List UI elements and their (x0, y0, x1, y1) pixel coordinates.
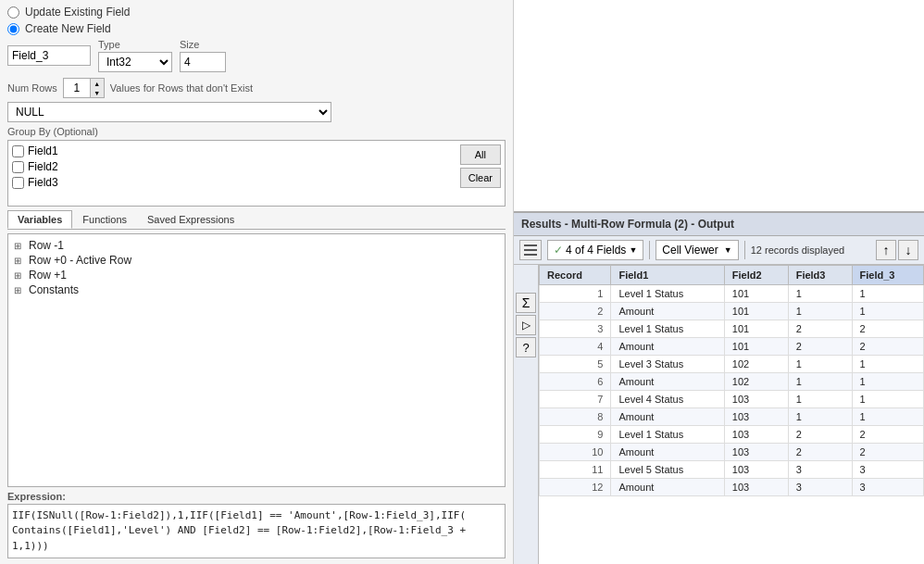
type-select[interactable]: Int32 Int64 Float String (98, 52, 172, 72)
tree-row-minus1[interactable]: ⊞ Row -1 (12, 238, 501, 253)
expression-label: Expression: (7, 491, 506, 502)
cell-field3: 1 (788, 373, 852, 391)
cell-field1: Level 4 Status (611, 391, 724, 408)
field-name-input[interactable] (7, 45, 91, 66)
num-rows-spinner: ▲ ▼ (63, 78, 105, 98)
cell-record: 12 (540, 479, 611, 496)
col-record: Record (540, 266, 611, 285)
fields-dropdown[interactable]: ✓ 4 of 4 Fields ▼ (547, 240, 643, 260)
field-type-row: Type Int32 Int64 Float String Size (7, 39, 506, 72)
table-row: 9 Level 1 Status 103 2 2 (540, 426, 924, 444)
cell-field2: 103 (724, 391, 788, 408)
cell-field-3: 1 (852, 408, 924, 426)
cell-field3: 1 (788, 303, 852, 320)
cell-field-3: 1 (852, 356, 924, 373)
results-toolbar: ✓ 4 of 4 Fields ▼ Cell Viewer ▼ 12 recor… (514, 236, 924, 265)
expression-box[interactable]: IIF(ISNull([Row-1:Field2]),1,IIF([Field1… (7, 504, 506, 559)
table-area: Σ ▷ ? Record Field1 Field2 Field3 Field_… (514, 265, 924, 564)
update-radio[interactable] (7, 6, 19, 19)
results-table: Record Field1 Field2 Field3 Field_3 1 Le… (539, 265, 924, 496)
tree-arrow-plus1: ⊞ (14, 270, 25, 281)
cell-record: 11 (540, 461, 611, 479)
cell-field-3: 3 (852, 479, 924, 496)
all-button[interactable]: All (460, 144, 501, 165)
right-panel: 📖 W IIF(ISNull([Row-1:Field2]),1,IIF([Fi… (514, 0, 924, 564)
cell-field3: 2 (788, 320, 852, 338)
cell-field1: Level 1 Status (611, 285, 724, 303)
table-row: 8 Amount 103 1 1 (540, 408, 924, 426)
toolbar-separator (649, 241, 650, 259)
tab-saved-expressions[interactable]: Saved Expressions (137, 210, 244, 229)
null-select[interactable]: NULL (7, 102, 331, 122)
cell-field3: 1 (788, 356, 852, 373)
tab-variables[interactable]: Variables (7, 210, 72, 229)
cell-record: 7 (540, 391, 611, 408)
table-row: 2 Amount 101 1 1 (540, 303, 924, 320)
tree-label-constants: Constants (29, 283, 79, 296)
tree-row-plus1[interactable]: ⊞ Row +1 (12, 268, 501, 282)
expression-section: Expression: IIF(ISNull([Row-1:Field2]),1… (7, 491, 506, 559)
cell-field-3: 2 (852, 444, 924, 461)
cell-record: 9 (540, 426, 611, 444)
cell-field3: 2 (788, 338, 852, 356)
type-label: Type (98, 39, 172, 50)
field2-checkbox-row: Field2 (12, 160, 449, 173)
cell-viewer-btn[interactable]: Cell Viewer ▼ (656, 240, 738, 260)
cell-record: 5 (540, 356, 611, 373)
svg-rect-2 (524, 244, 537, 246)
cell-field3: 3 (788, 461, 852, 479)
type-wrap: Type Int32 Int64 Float String (98, 39, 172, 72)
num-rows-label: Num Rows (7, 82, 57, 94)
cell-field1: Level 1 Status (611, 426, 724, 444)
tree-row-active[interactable]: ⊞ Row +0 - Active Row (12, 253, 501, 268)
cell-field-3: 2 (852, 426, 924, 444)
sigma-btn[interactable]: Σ (516, 293, 536, 313)
spinner-up[interactable]: ▲ (91, 79, 104, 88)
table-row: 1 Level 1 Status 101 1 1 (540, 285, 924, 303)
tab-functions[interactable]: Functions (72, 210, 137, 229)
sort-up-btn[interactable]: ↑ (876, 240, 896, 260)
clear-button[interactable]: Clear (460, 168, 501, 188)
num-rows-input[interactable] (64, 80, 90, 96)
col-field3: Field3 (788, 266, 852, 285)
cell-field-3: 3 (852, 461, 924, 479)
cell-field3: 2 (788, 444, 852, 461)
field2-label: Field2 (28, 160, 58, 173)
cell-field-3: 1 (852, 285, 924, 303)
cell-viewer-label: Cell Viewer (662, 244, 718, 257)
sort-down-btn[interactable]: ↓ (898, 240, 918, 260)
values-label: Values for Rows that don't Exist (110, 82, 253, 94)
cell-field3: 1 (788, 408, 852, 426)
profile-btn[interactable]: ▷ (516, 315, 536, 335)
cell-record: 8 (540, 408, 611, 426)
tree-arrow-minus1: ⊞ (14, 241, 25, 251)
field1-checkbox[interactable] (12, 145, 24, 157)
spinner-down[interactable]: ▼ (91, 88, 104, 97)
create-radio[interactable] (7, 23, 19, 35)
null-row: NULL (7, 102, 506, 122)
cell-field1: Amount (611, 408, 724, 426)
cell-field2: 103 (724, 444, 788, 461)
cell-field3: 2 (788, 426, 852, 444)
results-table-wrap: Record Field1 Field2 Field3 Field_3 1 Le… (539, 265, 924, 564)
cell-viewer-arrow: ▼ (724, 245, 732, 255)
toolbar-menu-btn[interactable] (519, 240, 542, 260)
tree-row-constants[interactable]: ⊞ Constants (12, 282, 501, 297)
cell-record: 4 (540, 338, 611, 356)
field2-checkbox[interactable] (12, 161, 24, 173)
cell-field1: Level 1 Status (611, 320, 724, 338)
spinner-buttons: ▲ ▼ (90, 79, 104, 97)
check-icon: ✓ (554, 244, 563, 257)
table-row: 3 Level 1 Status 101 2 2 (540, 320, 924, 338)
help-btn[interactable]: ? (516, 337, 536, 357)
group-by-box: Field1 Field2 Field3 All Clear (7, 140, 506, 207)
results-panel: Results - Multi-Row Formula (2) - Output… (514, 213, 924, 564)
size-input[interactable] (180, 52, 226, 72)
field3-checkbox[interactable] (12, 177, 24, 189)
group-by-checkboxes: Field1 Field2 Field3 (8, 141, 453, 206)
records-info: 12 records displayed (751, 244, 845, 256)
group-by-label: Group By (Optional) (7, 126, 506, 137)
table-body: 1 Level 1 Status 101 1 1 2 Amount 101 1 … (540, 285, 924, 496)
cell-field2: 103 (724, 426, 788, 444)
cell-field-3: 2 (852, 320, 924, 338)
